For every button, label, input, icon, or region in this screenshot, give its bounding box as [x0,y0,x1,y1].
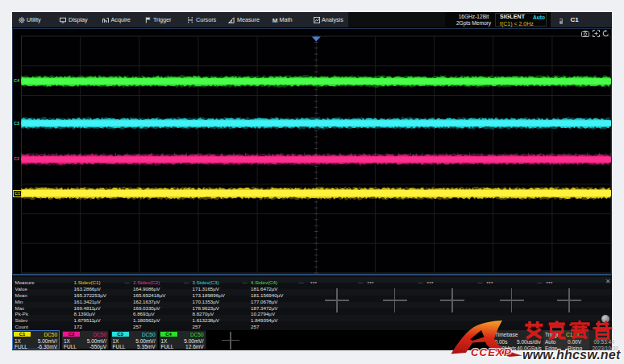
svg-text:M: M [272,17,277,23]
